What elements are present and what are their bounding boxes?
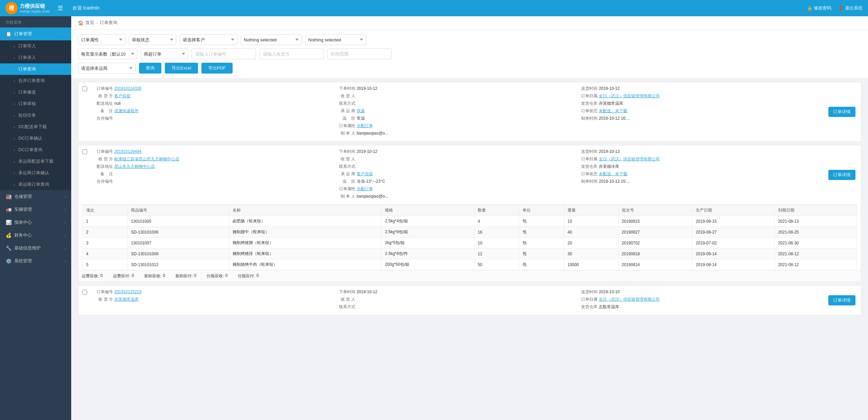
- chevron-right-icon6: ›: [64, 259, 66, 263]
- order-1-status-link[interactable]: 未配送、未下载: [599, 108, 627, 114]
- header-right: 🔒 修改密码 🚪 退出系统: [807, 5, 863, 11]
- sidebar-item-order-entry[interactable]: 订单录入: [0, 52, 71, 63]
- sidebar-item-orders[interactable]: 📋 订单管理 ▼: [0, 27, 71, 40]
- order-3-detail-button[interactable]: 订单详情: [828, 295, 855, 305]
- order-1-checkbox[interactable]: [82, 86, 87, 91]
- order-2-addr-link[interactable]: 昆山市九方购物中心店: [114, 164, 155, 169]
- order-3-checkbox[interactable]: [82, 290, 87, 295]
- order-num-input[interactable]: [192, 48, 256, 59]
- order-attr-select[interactable]: 订单属性: [78, 34, 125, 45]
- hamburger-icon[interactable]: ☰: [58, 4, 63, 12]
- order-1-detail-button[interactable]: 订单详情: [828, 107, 855, 117]
- sidebar-item-sms-task[interactable]: 短信任务: [0, 109, 71, 121]
- change-pwd-link[interactable]: 🔒 修改密码: [807, 5, 831, 11]
- sidebar-item-order-audit[interactable]: 订单审核: [0, 98, 71, 109]
- cell-batch: 20190814: [618, 259, 692, 270]
- sidebar-item-basic-info[interactable]: 🔧 基础信息维护 ›: [0, 242, 71, 255]
- order-2-number-link[interactable]: 201910126494: [114, 149, 141, 154]
- cell-name: 腌制烤猪脚（蛙来哒）: [229, 238, 381, 248]
- order-3-number-link[interactable]: 201910125219: [114, 289, 141, 294]
- order-1-note-link[interactable]: 优速快递取件: [114, 108, 139, 114]
- order-1-creator: tianqiaoqiao@o...: [357, 131, 389, 136]
- cell-prod-date: 2019-08-14: [692, 259, 774, 270]
- order-1-deliver-time: 2019-10-12: [599, 86, 619, 91]
- breadcrumb-home[interactable]: 首页: [85, 20, 94, 26]
- order-2-receiver-link[interactable]: 蛙来哒江苏省昆山市九方购物中心店: [114, 156, 179, 162]
- order-1-belong-link[interactable]: 全日（武汉）供应链管理有限公司: [599, 93, 660, 99]
- sidebar-item-dc-confirm[interactable]: DC订单确认: [0, 133, 71, 144]
- order-2-action: 订单详情: [820, 149, 857, 201]
- sidebar-item-vehicle[interactable]: 🚛 车辆管理 ›: [0, 203, 71, 216]
- order-1-info: 订单编号 201910124336 收 货 方 客户自提 配送地址 null: [93, 86, 335, 138]
- export-pdf-button[interactable]: 导出PDF: [201, 63, 233, 74]
- super-order-select[interactable]: 商超订单: [141, 48, 188, 59]
- query-button[interactable]: 查询: [139, 63, 161, 74]
- order-1-carrier-link[interactable]: 快递: [357, 108, 365, 114]
- table-row: 3 130101007 腌制烤猪脚（蛙来哒） 2kg*5包/箱 10 包 20 …: [83, 238, 857, 248]
- nothing-select-1[interactable]: Nothing selected: [241, 34, 302, 45]
- carrier-select[interactable]: 请选择承运商: [78, 63, 136, 74]
- sidebar-item-carrier-query[interactable]: 承运商订单查询: [0, 179, 71, 190]
- order-1-status: 送货时间 2019-10-12 订单归属 全日（武汉）供应链管理有限公司 发货仓…: [577, 86, 820, 138]
- sidebar-item-system[interactable]: ⚙️ 系统管理 ›: [0, 255, 71, 267]
- order-2-attr-link[interactable]: 仓配订单: [357, 186, 373, 192]
- sidebar-item-merge-order-query[interactable]: 合并订单查询: [0, 75, 71, 86]
- sidebar-item-carrier-confirm[interactable]: 承运商订单确认: [0, 167, 71, 179]
- logout-link[interactable]: 🚪 退出系统: [838, 5, 863, 11]
- sidebar-item-reports[interactable]: 📊 报表中心 ›: [0, 216, 71, 229]
- cell-qty: 16: [474, 227, 519, 238]
- order-1-attr-link[interactable]: 仓配订单: [357, 123, 373, 129]
- content-area: 🏠 首页 › 订单查询 订单属性 审核状态 请选择客户 Nothing sele…: [71, 16, 868, 420]
- order-2-belong-link[interactable]: 全日（武汉）供应链管理有限公司: [599, 156, 660, 162]
- time-range-input[interactable]: [327, 48, 392, 59]
- orders-icon: 📋: [5, 31, 12, 37]
- page-size-select[interactable]: 每页显示条数（默认10: [78, 48, 137, 59]
- cell-code: SD-130101012: [127, 259, 229, 270]
- top-header: 橙 力橙供应链 orange supply chain ☰ 欢迎 lcadmin…: [0, 0, 868, 16]
- order-2-carrier-link[interactable]: 客户自提: [357, 171, 373, 177]
- freight-due: 运费应收:0: [82, 273, 103, 279]
- cell-spec: 2.5kg*4包/箱: [381, 216, 474, 227]
- cell-unit: 包: [519, 248, 564, 259]
- order-3-receiver-link[interactable]: 亦芙德常温库: [114, 297, 139, 302]
- order-1-receiver-link[interactable]: 客户自提: [114, 93, 131, 99]
- reports-icon: 📊: [5, 220, 12, 225]
- order-2-status-link[interactable]: 未配送、未下载: [599, 171, 627, 177]
- receiver-input[interactable]: [259, 48, 324, 59]
- sidebar-item-order-import[interactable]: 订单导入: [0, 40, 71, 52]
- sidebar-item-dc-download[interactable]: DC配送单下载: [0, 121, 71, 133]
- sidebar-item-order-query[interactable]: 订单查询: [0, 63, 71, 75]
- cell-spec: 2.5kg*4包/件: [381, 248, 474, 259]
- customer-select[interactable]: 请选择客户: [180, 34, 237, 45]
- orders-area: 订单编号 201910124336 收 货 方 客户自提 配送地址 null: [71, 82, 868, 325]
- system-icon: ⚙️: [5, 258, 12, 264]
- order-2-checkbox[interactable]: [82, 149, 87, 154]
- chevron-right-icon2: ›: [64, 207, 66, 212]
- sidebar-item-dc-query[interactable]: DC订单查询: [0, 144, 71, 156]
- filter-area: 订单属性 审核状态 请选择客户 Nothing selected Nothing…: [71, 29, 868, 79]
- order-1-time: 下单时间 2019-10-12 收 货 人 联系方式 承 运 商: [335, 86, 577, 138]
- sidebar-item-finance[interactable]: 💰 财务中心 ›: [0, 229, 71, 242]
- order-3-order-time: 2019-10-12: [357, 289, 377, 294]
- sidebar-item-order-edit[interactable]: 订单修改: [0, 86, 71, 98]
- th-seq: 项次: [83, 205, 127, 216]
- cell-weight: 10: [564, 216, 618, 227]
- order-1-action: 订单详情: [820, 86, 857, 138]
- audit-status-select[interactable]: 审核状态: [129, 34, 176, 45]
- order-2-detail-button[interactable]: 订单详情: [828, 170, 855, 180]
- order-2-order-time: 2019-10-12: [357, 149, 377, 154]
- sidebar-item-warehouse[interactable]: 🏭 仓储管理 ›: [0, 190, 71, 203]
- export-excel-button[interactable]: 导出Excel: [165, 63, 198, 74]
- order-3-time: 下单时间 2019-10-12 收 货 人 联系方式: [335, 289, 577, 312]
- order-1-checkbox-cell: [82, 86, 93, 138]
- nothing-select-2[interactable]: Nothing selected: [305, 34, 366, 45]
- cell-unit: 包: [519, 227, 564, 238]
- chevron-right-icon4: ›: [64, 233, 66, 237]
- th-weight: 重量: [564, 205, 618, 216]
- order-2-status: 送货时间 2019-10-13 订单归属 全日（武汉）供应链管理有限公司 发货仓…: [577, 149, 820, 201]
- sidebar-item-carrier-download[interactable]: 承运商配送单下载: [0, 156, 71, 167]
- order-1-number-link[interactable]: 201910124336: [114, 86, 141, 91]
- cell-qty: 4: [474, 216, 519, 227]
- order-3-belong-link[interactable]: 全日（武汉）供应链管理有限公司: [599, 297, 660, 302]
- main-container: 导航菜单 📋 订单管理 ▼ 订单导入 订单录入 订单查询 合并订单查询 订单修改…: [0, 16, 868, 420]
